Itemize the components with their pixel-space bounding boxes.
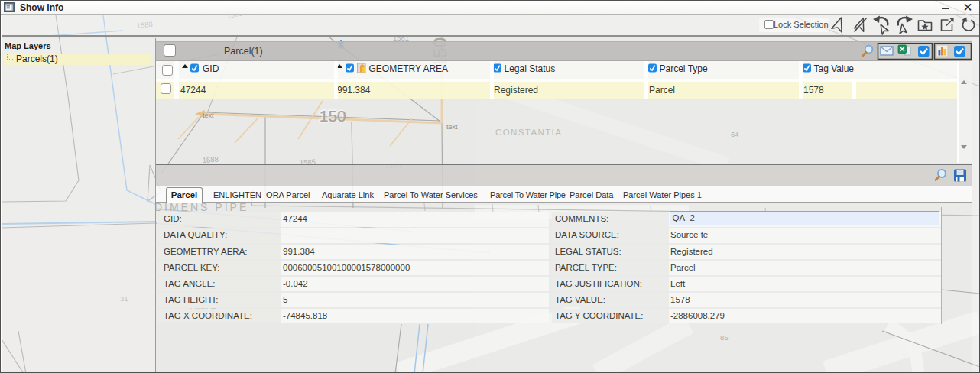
svg-text:GID: GID <box>203 63 219 74</box>
svg-text:text: text <box>446 123 458 131</box>
svg-text:GEOMETRY AREA: GEOMETRY AREA <box>369 63 449 74</box>
svg-text:150: 150 <box>320 107 346 125</box>
svg-text:CONSTANTIA: CONSTANTIA <box>495 128 562 137</box>
svg-text:64: 64 <box>731 130 739 138</box>
svg-text:Legal Status: Legal Status <box>505 63 556 74</box>
svg-text:Parcel Type: Parcel Type <box>660 63 708 74</box>
svg-text:Tag Value: Tag Value <box>814 63 855 74</box>
svg-text:text: text <box>203 112 214 119</box>
svg-text:85: 85 <box>720 333 729 342</box>
